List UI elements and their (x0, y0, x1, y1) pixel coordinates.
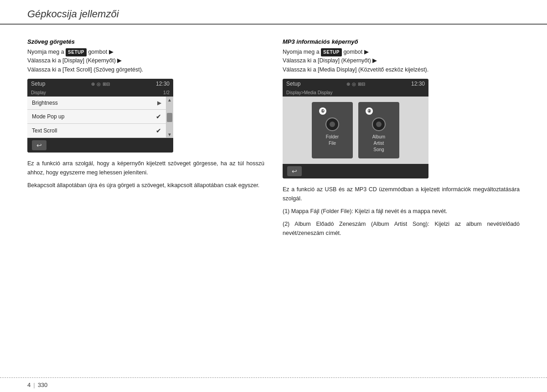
left-screen: Setup ⊛ ◎ ⊞⊟ 12:30 Display 1/2 Brightnes… (27, 79, 173, 153)
right-desc2: (1) Mappa Fájl (Folder File): Kijelzi a … (283, 207, 520, 216)
right-signal-icon: ◎ (352, 81, 356, 87)
right-desc3: (2) Album Előadó Zeneszám (Album Artist … (283, 219, 520, 238)
right-screen-subheader: Display>Media Display (283, 89, 428, 97)
left-display-list: Brightness ▶ Mode Pop up ✔ Text Scroll ✔ (27, 97, 166, 138)
signal-icon: ◎ (97, 81, 101, 87)
media-option-folder[interactable]: ① FolderFile (312, 102, 353, 158)
scroll-up-icon[interactable]: ▲ (167, 97, 172, 102)
footer-chapter: 4 (27, 382, 31, 388)
music-icon: ⊞⊟ (103, 81, 110, 87)
right-screen: Setup ⊛ ◎ ⊞⊟ 12:30 Display>Media Display… (283, 79, 428, 178)
text-scroll-label: Text Scroll (32, 127, 57, 134)
page-footer: 4 | 330 (0, 377, 547, 392)
footer-separator: | (33, 382, 35, 388)
list-item-mode-popup[interactable]: Mode Pop up ✔ (27, 110, 166, 124)
left-intro-line1: Nyomja meg a (27, 49, 64, 55)
left-screen-time: 12:30 (156, 81, 170, 87)
right-intro-line3: Válassza ki a [Display] (Képernyőt) (283, 57, 371, 64)
right-screen-title: Setup (286, 81, 300, 87)
bluetooth-icon: ⊛ (91, 81, 95, 87)
list-item-text-scroll[interactable]: Text Scroll ✔ (27, 124, 166, 138)
right-description: Ez a funkció az USB és az MP3 CD üzemmód… (283, 185, 520, 238)
right-screen-time: 12:30 (411, 81, 425, 87)
left-back-button[interactable]: ↩ (32, 140, 46, 150)
mode-popup-label: Mode Pop up (32, 113, 64, 120)
left-screen-header: Setup ⊛ ◎ ⊞⊟ 12:30 (27, 79, 173, 89)
right-screen-header: Setup ⊛ ◎ ⊞⊟ 12:30 (283, 79, 428, 89)
svg-point-1 (376, 122, 382, 127)
right-intro: Nyomja meg a SETUP gombot ▶ Válassza ki … (283, 48, 520, 74)
right-intro-line1: Nyomja meg a (283, 49, 320, 55)
album-option-text: AlbumArtistSong (372, 134, 385, 153)
right-subheader-label: Display>Media Display (286, 90, 332, 95)
folder-option-number: ① (319, 107, 326, 115)
album-icon (372, 117, 386, 131)
right-column: MP3 információs képernyő Nyomja meg a SE… (283, 38, 520, 241)
left-desc2: Bekapcsolt állapotában újra és újra görg… (27, 181, 264, 190)
left-description: Ez a funkció arra szolgál, hogy a képern… (27, 159, 264, 190)
left-column: Szöveg görgetés Nyomja meg a SETUP gombo… (27, 38, 264, 241)
folder-icon (325, 117, 339, 131)
mode-popup-check-icon: ✔ (156, 113, 161, 120)
page-header: Gépkocsija jellemzői (0, 0, 547, 25)
left-intro-line2: gombot (88, 49, 107, 55)
left-screen-title: Setup (31, 81, 45, 87)
page-title: Gépkocsija jellemzői (27, 8, 520, 20)
left-setup-btn: SETUP (66, 48, 87, 56)
svg-point-0 (330, 122, 335, 127)
right-desc1: Ez a funkció az USB és az MP3 CD üzemmód… (283, 185, 520, 203)
brightness-arrow-icon: ▶ (157, 100, 161, 106)
right-intro-line4: Válassza ki a [Media Display] (Közvetítő… (283, 66, 428, 73)
scroll-down-icon[interactable]: ▼ (167, 132, 172, 137)
main-content: Szöveg görgetés Nyomja meg a SETUP gombo… (0, 25, 547, 255)
left-scrollbar[interactable]: ▲ ▼ (166, 97, 173, 138)
right-screen-footer: ↩ (283, 164, 428, 178)
scroll-thumb[interactable] (167, 113, 172, 122)
left-intro-line3: Válassza ki a [Display] (Képernyőt) (27, 57, 116, 64)
brightness-label: Brightness (32, 100, 58, 106)
folder-option-text: FolderFile (326, 134, 339, 147)
left-desc1: Ez a funkció arra szolgál, hogy a képern… (27, 159, 264, 177)
left-intro-line4: Válassza ki a [Text Scroll] (Szöveg görg… (27, 66, 143, 73)
media-option-album[interactable]: ② AlbumArtistSong (358, 102, 399, 158)
left-screen-icons: ⊛ ◎ ⊞⊟ (91, 81, 110, 87)
album-option-number: ② (366, 107, 373, 115)
right-music-icon: ⊞⊟ (358, 81, 365, 87)
right-section-title: MP3 információs képernyő (283, 38, 520, 45)
right-intro-line2: gombot (343, 49, 362, 55)
left-screen-footer: ↩ (27, 138, 173, 153)
right-media-display: ① FolderFile ② AlbumArtistSong (283, 97, 428, 164)
left-subheader-page: 1/2 (163, 90, 170, 95)
left-section-title: Szöveg görgetés (27, 38, 264, 45)
left-subheader-label: Display (31, 90, 46, 95)
right-setup-btn: SETUP (321, 48, 342, 56)
text-scroll-check-icon: ✔ (156, 127, 161, 134)
left-intro: Nyomja meg a SETUP gombot ▶ Válassza ki … (27, 48, 264, 74)
list-item-brightness[interactable]: Brightness ▶ (27, 97, 166, 110)
left-screen-body: Brightness ▶ Mode Pop up ✔ Text Scroll ✔… (27, 97, 173, 138)
right-screen-icons: ⊛ ◎ ⊞⊟ (346, 81, 365, 87)
right-back-button[interactable]: ↩ (287, 166, 302, 176)
right-bluetooth-icon: ⊛ (346, 81, 350, 87)
left-screen-subheader: Display 1/2 (27, 89, 173, 97)
footer-page: 330 (38, 382, 48, 388)
